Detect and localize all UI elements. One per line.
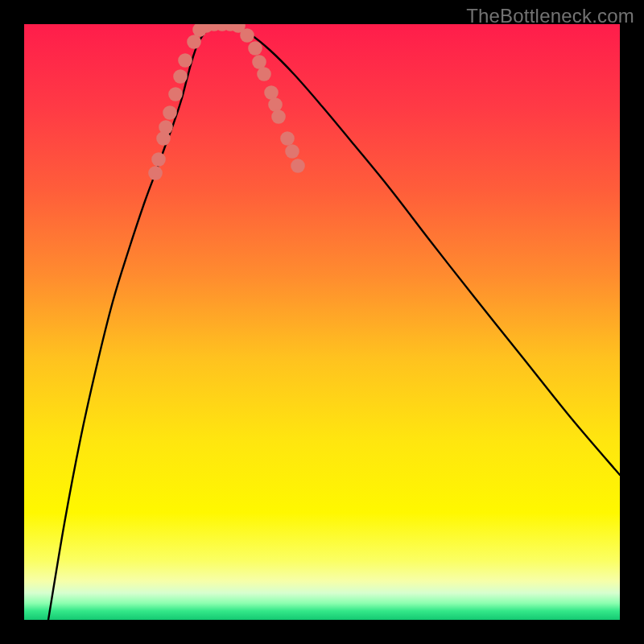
- data-dot: [264, 85, 279, 100]
- data-dot: [248, 41, 262, 56]
- data-dot: [159, 120, 173, 134]
- data-dot: [285, 144, 299, 159]
- data-dot: [268, 97, 283, 112]
- data-dots: [148, 24, 305, 180]
- data-dot: [173, 69, 188, 84]
- data-dot: [187, 35, 201, 49]
- watermark-text: TheBottleneck.com: [466, 5, 634, 27]
- data-dot: [257, 67, 271, 81]
- data-dot: [163, 105, 177, 120]
- chart-frame: TheBottleneck.com: [0, 0, 644, 644]
- data-dot: [148, 166, 163, 180]
- bottleneck-curve: [48, 24, 620, 620]
- chart-svg: [24, 24, 620, 620]
- data-dot: [280, 131, 295, 146]
- data-dot: [168, 87, 183, 101]
- data-dot: [240, 28, 254, 43]
- data-dot: [151, 152, 166, 167]
- plot-area: [24, 24, 620, 620]
- data-dot: [291, 159, 305, 173]
- data-dot: [178, 53, 192, 68]
- data-dot: [252, 55, 266, 69]
- data-dot: [271, 109, 286, 124]
